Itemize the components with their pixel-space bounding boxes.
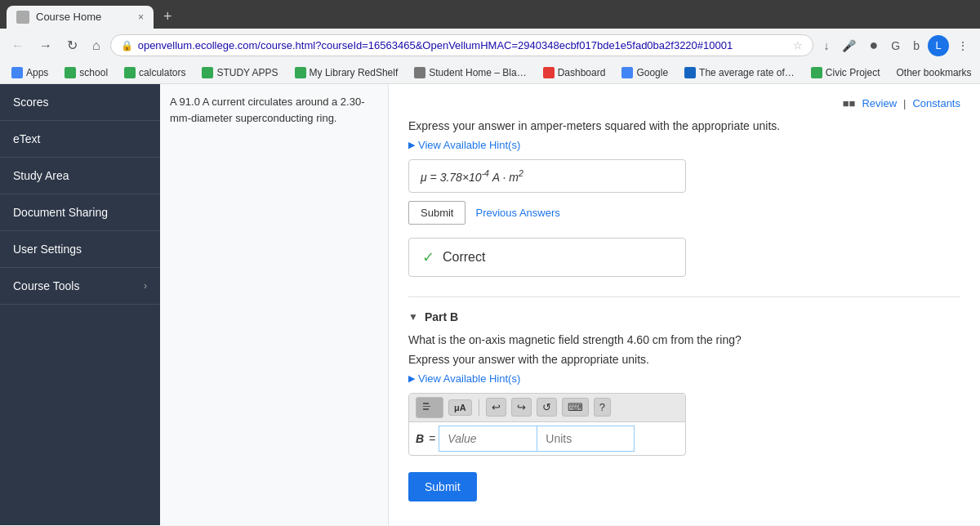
sidebar-study-label: Study Area bbox=[13, 169, 69, 182]
tab-label: Course Home bbox=[36, 11, 101, 23]
mu-symbol: μ = 3.78×10-4 A · m2 bbox=[421, 171, 523, 184]
correct-box: ✓ Correct bbox=[408, 238, 686, 277]
student-icon bbox=[414, 67, 425, 78]
study-icon bbox=[202, 67, 213, 78]
math-input-container: μA ↩ ↪ ↺ ⌨ ? B = bbox=[408, 393, 686, 456]
extension-button-1[interactable]: ↓ bbox=[818, 36, 834, 56]
hint-link-part-b[interactable]: ▶ View Available Hint(s) bbox=[408, 372, 960, 385]
part-b-collapse-icon: ▼ bbox=[408, 311, 418, 323]
svg-rect-2 bbox=[423, 408, 429, 410]
lock-icon: 🔒 bbox=[121, 40, 133, 51]
chevron-right-icon: › bbox=[144, 280, 147, 292]
redo-button[interactable]: ↪ bbox=[511, 398, 532, 417]
bookmark-google[interactable]: Google bbox=[617, 65, 673, 80]
bookmark-dashboard-label: Dashboard bbox=[558, 67, 606, 78]
sidebar-item-study-area[interactable]: Study Area bbox=[0, 158, 160, 194]
hint-link-b-label: View Available Hint(s) bbox=[418, 372, 520, 385]
forward-button[interactable]: → bbox=[34, 35, 57, 56]
sidebar-item-document-sharing[interactable]: Document Sharing bbox=[0, 194, 160, 231]
sidebar-item-etext[interactable]: eText bbox=[0, 121, 160, 158]
content-area: A 91.0 A current circulates around a 2.3… bbox=[160, 84, 980, 525]
bookmark-calc-label: calculators bbox=[139, 67, 185, 78]
part-b-header[interactable]: ▼ Part B bbox=[408, 310, 960, 323]
back-button[interactable]: ← bbox=[7, 35, 29, 56]
fraction-button[interactable] bbox=[416, 397, 443, 418]
bookmark-civic-label: Civic Project bbox=[826, 67, 880, 78]
part-b-label: Part B bbox=[425, 310, 458, 323]
profile-button[interactable]: L bbox=[928, 35, 949, 56]
calc-icon bbox=[124, 67, 136, 78]
bookmark-apps[interactable]: Apps bbox=[7, 65, 53, 80]
bookmark-civic[interactable]: Civic Project bbox=[806, 65, 885, 80]
hint-link-label: View Available Hint(s) bbox=[418, 139, 520, 151]
school-icon bbox=[65, 67, 76, 78]
bookmarks-bar: Apps school calculators STUDY APPS My Li… bbox=[0, 62, 980, 84]
review-link[interactable]: Review bbox=[862, 97, 897, 109]
units-input[interactable] bbox=[537, 426, 635, 452]
constants-link[interactable]: Constants bbox=[912, 97, 960, 109]
sidebar: Scores eText Study Area Document Sharing… bbox=[0, 84, 160, 525]
bookmark-school-label: school bbox=[79, 67, 108, 78]
home-button[interactable]: ⌂ bbox=[87, 35, 105, 56]
active-tab[interactable]: Course Home × bbox=[7, 6, 154, 29]
bookmark-calculators[interactable]: calculators bbox=[119, 65, 190, 80]
unit-button[interactable]: μA bbox=[448, 399, 472, 416]
menu-button[interactable]: ⋮ bbox=[952, 36, 973, 56]
separator: | bbox=[903, 97, 906, 109]
bookmark-google-label: Google bbox=[636, 67, 668, 78]
bookmark-library[interactable]: My Library RedShelf bbox=[290, 65, 403, 80]
sidebar-scores-label: Scores bbox=[13, 96, 49, 109]
action-row: Submit Previous Answers bbox=[408, 201, 960, 225]
tab-close-button[interactable]: × bbox=[138, 11, 144, 23]
hint-link-part-a[interactable]: ▶ View Available Hint(s) bbox=[408, 139, 960, 151]
civic-icon bbox=[811, 67, 822, 78]
extension-button-3[interactable]: ● bbox=[864, 33, 883, 57]
sidebar-tools-label: Course Tools bbox=[13, 279, 79, 292]
new-tab-button[interactable]: + bbox=[157, 5, 179, 29]
equals-label: = bbox=[429, 432, 435, 445]
math-input-row: B = bbox=[409, 422, 685, 455]
bookmark-dashboard[interactable]: Dashboard bbox=[538, 65, 611, 80]
keyboard-button[interactable]: ⌨ bbox=[562, 398, 589, 417]
part-b-section: ▼ Part B What is the on-axis magnetic fi… bbox=[408, 296, 960, 510]
bookmark-school[interactable]: school bbox=[60, 65, 113, 80]
bookmark-apps-label: Apps bbox=[26, 67, 48, 78]
bookmark-study-apps[interactable]: STUDY APPS bbox=[197, 65, 283, 80]
browser-controls: ← → ↻ ⌂ 🔒 openvellum.ecollege.com/course… bbox=[0, 29, 980, 62]
apps-icon bbox=[11, 67, 23, 78]
problem-text: A 91.0 A current circulates around a 2.3… bbox=[170, 94, 378, 126]
bookmark-student-home[interactable]: Student Home – Bla… bbox=[409, 65, 531, 80]
dashboard-icon bbox=[543, 67, 555, 78]
bookmark-star-icon[interactable]: ☆ bbox=[793, 39, 803, 51]
fraction-icon bbox=[421, 400, 438, 415]
google-icon bbox=[621, 67, 633, 78]
browser-extension-buttons: ↓ 🎤 ● G b L ⋮ bbox=[818, 33, 973, 57]
main-content: ■■ Review | Constants Express your answe… bbox=[389, 84, 980, 525]
tab-favicon bbox=[16, 11, 29, 24]
browser-chrome: Course Home × + ← → ↻ ⌂ 🔒 openvellum.eco… bbox=[0, 0, 980, 84]
bookmark-other[interactable]: Other bookmarks bbox=[892, 65, 977, 80]
help-button[interactable]: ? bbox=[594, 398, 611, 417]
extension-button-5[interactable]: b bbox=[908, 36, 924, 56]
address-bar[interactable]: 🔒 openvellum.ecollege.com/course.html?co… bbox=[110, 34, 814, 56]
sidebar-item-scores[interactable]: Scores bbox=[0, 84, 160, 121]
bookmark-other-label: Other bookmarks bbox=[897, 67, 972, 78]
previous-answers-link[interactable]: Previous Answers bbox=[475, 207, 559, 219]
svg-rect-1 bbox=[423, 406, 430, 407]
bookmark-student-label: Student Home – Bla… bbox=[429, 67, 526, 78]
part-b-express-text: Express your answer with the appropriate… bbox=[408, 353, 960, 366]
bookmark-avg-rate[interactable]: The average rate of… bbox=[679, 65, 800, 80]
extension-button-4[interactable]: G bbox=[886, 36, 905, 56]
extension-button-2[interactable]: 🎤 bbox=[837, 36, 861, 56]
reset-button[interactable]: ↺ bbox=[537, 398, 557, 417]
sidebar-etext-label: eText bbox=[13, 132, 40, 145]
submit-button-part-b[interactable]: Submit bbox=[408, 472, 477, 501]
submit-button-part-a[interactable]: Submit bbox=[408, 201, 466, 225]
sidebar-item-user-settings[interactable]: User Settings bbox=[0, 231, 160, 268]
value-input[interactable] bbox=[439, 426, 537, 452]
undo-button[interactable]: ↩ bbox=[486, 398, 506, 417]
sidebar-item-course-tools[interactable]: Course Tools › bbox=[0, 268, 160, 305]
toolbar-separator-1 bbox=[479, 399, 479, 416]
part-b-question: What is the on-axis magnetic field stren… bbox=[408, 333, 960, 346]
refresh-button[interactable]: ↻ bbox=[62, 34, 82, 56]
